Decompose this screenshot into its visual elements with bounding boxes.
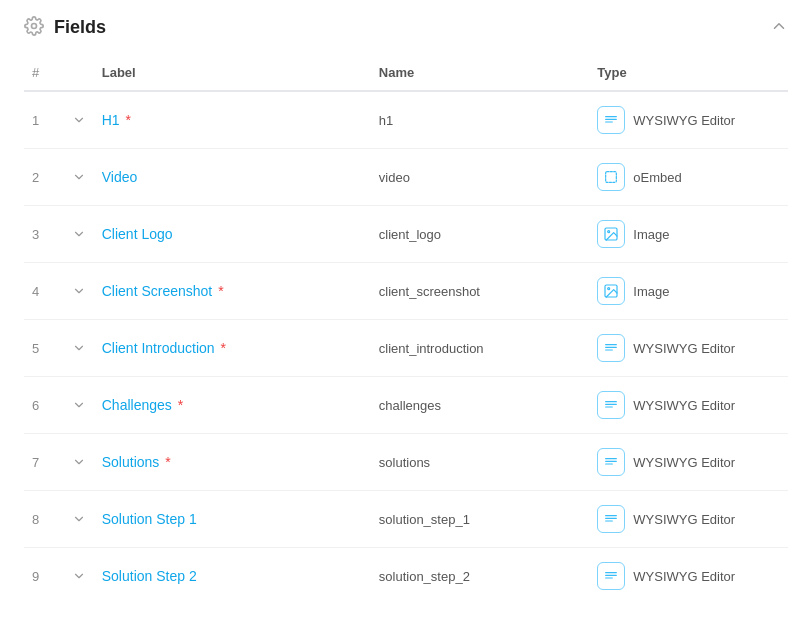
type-label: WYSIWYG Editor [633,512,735,527]
required-marker: * [217,340,226,356]
type-badge: WYSIWYG Editor [597,505,780,533]
row-field-name-3: client_screenshot [371,263,589,320]
row-label-2: Client Logo [94,206,371,263]
expand-button[interactable] [72,455,86,469]
svg-point-0 [32,24,37,29]
field-label[interactable]: Solutions * [102,454,171,470]
field-name-value: solutions [379,455,430,470]
row-expand-0[interactable] [64,91,94,149]
type-label: WYSIWYG Editor [633,569,735,584]
settings-icon [24,16,44,39]
row-type-6: WYSIWYG Editor [589,434,788,491]
row-type-0: WYSIWYG Editor [589,91,788,149]
required-marker: * [174,397,183,413]
field-label[interactable]: Challenges * [102,397,183,413]
row-field-name-4: client_introduction [371,320,589,377]
row-type-4: WYSIWYG Editor [589,320,788,377]
row-field-name-1: video [371,149,589,206]
row-num-7: 8 [24,491,64,548]
row-num-1: 2 [24,149,64,206]
expand-button[interactable] [72,341,86,355]
type-label: WYSIWYG Editor [633,113,735,128]
field-name-value: video [379,170,410,185]
row-expand-6[interactable] [64,434,94,491]
table-row: 9 Solution Step 2solution_step_2 WYSIWYG… [24,548,788,605]
row-label-6: Solutions * [94,434,371,491]
field-name-value: solution_step_2 [379,569,470,584]
wysiwyg-icon [597,391,625,419]
table-header-row: # Label Name Type [24,55,788,91]
field-label[interactable]: Solution Step 1 [102,511,197,527]
field-label[interactable]: Client Logo [102,226,173,242]
row-type-7: WYSIWYG Editor [589,491,788,548]
row-label-3: Client Screenshot * [94,263,371,320]
row-label-8: Solution Step 2 [94,548,371,605]
field-label[interactable]: Client Screenshot * [102,283,224,299]
expand-button[interactable] [72,398,86,412]
header-row: Fields [24,16,788,39]
col-header-num: # [24,55,64,91]
row-field-name-8: solution_step_2 [371,548,589,605]
row-field-name-2: client_logo [371,206,589,263]
row-type-3: Image [589,263,788,320]
oembed-icon [597,163,625,191]
field-name-value: solution_step_1 [379,512,470,527]
image-icon [597,277,625,305]
row-field-name-0: h1 [371,91,589,149]
field-label[interactable]: Video [102,169,138,185]
field-label[interactable]: Solution Step 2 [102,568,197,584]
type-badge: WYSIWYG Editor [597,334,780,362]
row-expand-5[interactable] [64,377,94,434]
type-label: Image [633,227,669,242]
type-badge: oEmbed [597,163,780,191]
row-expand-3[interactable] [64,263,94,320]
expand-button[interactable] [72,284,86,298]
table-row: 2 Videovideo oEmbed [24,149,788,206]
type-label: Image [633,284,669,299]
required-marker: * [161,454,170,470]
fields-table: # Label Name Type 1 H1 *h1 WYSIWYG Edito… [24,55,788,604]
row-expand-2[interactable] [64,206,94,263]
row-expand-8[interactable] [64,548,94,605]
table-row: 7 Solutions *solutions WYSIWYG Editor [24,434,788,491]
type-badge: WYSIWYG Editor [597,106,780,134]
header-left: Fields [24,16,106,39]
page-title: Fields [54,17,106,38]
row-num-3: 4 [24,263,64,320]
expand-button[interactable] [72,170,86,184]
row-num-6: 7 [24,434,64,491]
type-label: WYSIWYG Editor [633,455,735,470]
col-header-label: Label [94,55,371,91]
row-type-2: Image [589,206,788,263]
field-label[interactable]: H1 * [102,112,131,128]
table-row: 1 H1 *h1 WYSIWYG Editor [24,91,788,149]
row-num-8: 9 [24,548,64,605]
expand-button[interactable] [72,113,86,127]
row-field-name-6: solutions [371,434,589,491]
field-label[interactable]: Client Introduction * [102,340,226,356]
chevron-up-icon[interactable] [770,17,788,38]
col-header-type: Type [589,55,788,91]
table-row: 5 Client Introduction *client_introducti… [24,320,788,377]
row-num-4: 5 [24,320,64,377]
field-name-value: client_introduction [379,341,484,356]
wysiwyg-icon [597,562,625,590]
type-label: WYSIWYG Editor [633,341,735,356]
type-label: oEmbed [633,170,681,185]
row-num-5: 6 [24,377,64,434]
row-num-2: 3 [24,206,64,263]
page-container: Fields # Label Name Type 1 H1 *h1 [0,0,812,620]
field-name-value: h1 [379,113,393,128]
row-label-4: Client Introduction * [94,320,371,377]
row-expand-1[interactable] [64,149,94,206]
expand-button[interactable] [72,512,86,526]
expand-button[interactable] [72,227,86,241]
expand-button[interactable] [72,569,86,583]
row-expand-4[interactable] [64,320,94,377]
type-badge: WYSIWYG Editor [597,448,780,476]
row-field-name-5: challenges [371,377,589,434]
row-expand-7[interactable] [64,491,94,548]
field-name-value: client_screenshot [379,284,480,299]
type-label: WYSIWYG Editor [633,398,735,413]
svg-point-8 [608,288,610,290]
